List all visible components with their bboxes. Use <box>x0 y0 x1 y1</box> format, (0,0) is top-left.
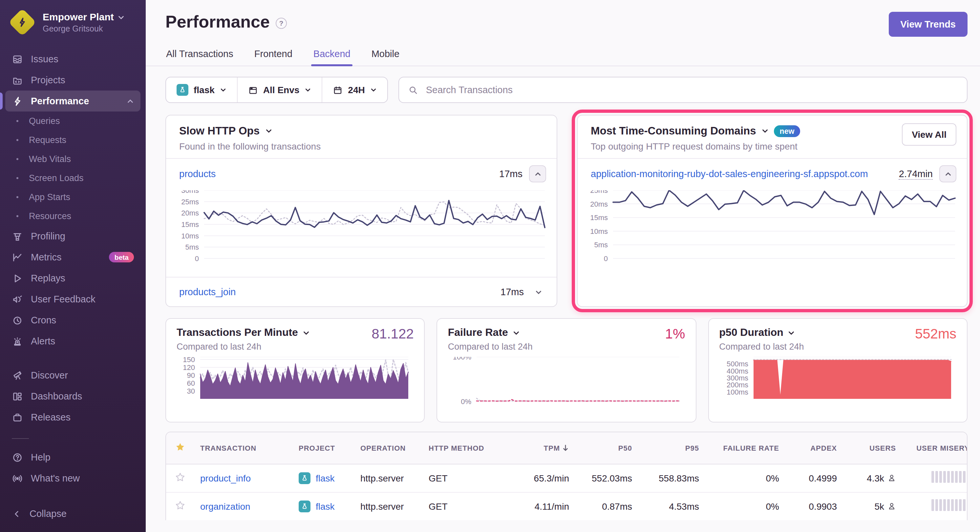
sidebar-item-crons[interactable]: Crons <box>5 310 140 330</box>
svg-text:60: 60 <box>187 379 195 387</box>
search-icon <box>408 85 418 95</box>
transaction-link-products-join[interactable]: products_join <box>179 287 494 297</box>
column-header-user-misery[interactable]: USER MISERY <box>902 432 967 464</box>
tpm-chart[interactable]: 150120906030 <box>177 357 414 405</box>
column-header-http-method[interactable]: HTTP METHOD <box>422 432 500 464</box>
sidebar-item-web-vitals[interactable]: Web Vitals <box>5 149 140 168</box>
project-filter[interactable]: flask <box>166 78 238 102</box>
column-header-transaction[interactable]: TRANSACTION <box>194 432 292 464</box>
project-link[interactable]: flask <box>299 500 347 512</box>
column-header-operation[interactable]: OPERATION <box>354 432 422 464</box>
tpm-card: Transactions Per Minute 81.122 Compared … <box>165 318 425 422</box>
view-all-button[interactable]: View All <box>902 123 956 146</box>
user-icon <box>888 473 896 482</box>
column-header-project[interactable]: PROJECT <box>292 432 354 464</box>
transactions-table: TRANSACTION PROJECT OPERATION HTTP METHO… <box>165 432 967 520</box>
column-header-p50[interactable]: P50 <box>576 432 639 464</box>
sidebar-item-label: Releases <box>31 412 70 422</box>
p50-duration-chart[interactable]: 500ms400ms300ms200ms100ms <box>719 357 956 405</box>
page-help-icon[interactable]: ? <box>276 17 287 29</box>
sidebar-item-requests[interactable]: Requests <box>5 130 140 149</box>
sidebar-item-app-starts[interactable]: App Starts <box>5 187 140 206</box>
svg-text:120: 120 <box>183 364 195 372</box>
domains-chart[interactable]: 25ms20ms15ms10ms5ms0 <box>582 190 960 277</box>
replays-icon <box>12 273 23 284</box>
p50-title[interactable]: p50 Duration <box>719 327 783 338</box>
sidebar-item-queries[interactable]: Queries <box>5 111 140 130</box>
p95-cell: 4.53ms <box>639 492 706 520</box>
org-switcher[interactable]: Empower Plant George Gritsouk <box>0 0 146 49</box>
svg-text:90: 90 <box>187 371 195 380</box>
sidebar-item-label: Issues <box>31 54 59 64</box>
sidebar-item-user-feedback[interactable]: User Feedback <box>5 289 140 310</box>
page-title: Performance ? <box>165 12 287 32</box>
apdex-cell: 0.4999 <box>786 464 843 492</box>
failure-rate-chart[interactable]: 100%0% <box>448 357 685 405</box>
flask-project-icon <box>299 500 310 512</box>
failure-rate-title[interactable]: Failure Rate <box>448 327 508 338</box>
environment-filter[interactable]: All Envs <box>238 78 323 102</box>
tpm-cell: 65.3/min <box>500 464 576 492</box>
domains-title[interactable]: Most Time-Consuming Domains <box>591 125 756 137</box>
sidebar-item-replays[interactable]: Replays <box>5 268 140 289</box>
star-toggle[interactable] <box>175 473 185 484</box>
sidebar-item-profiling[interactable]: Profiling <box>5 226 140 247</box>
column-header-p95[interactable]: P95 <box>639 432 706 464</box>
slow-http-ops-chart[interactable]: 30ms25ms20ms15ms10ms5ms0 <box>170 190 550 277</box>
failure-rate-cell: 0% <box>706 464 786 492</box>
column-header-users[interactable]: USERS <box>843 432 902 464</box>
org-user: George Gritsouk <box>43 24 125 33</box>
sidebar-item-projects[interactable]: Projects <box>5 70 140 91</box>
sidebar-item-screen-loads[interactable]: Screen Loads <box>5 168 140 187</box>
sidebar-item-discover[interactable]: Discover <box>5 365 140 386</box>
megaphone-icon <box>12 294 23 305</box>
tab-backend[interactable]: Backend <box>313 43 351 66</box>
sidebar-item-issues[interactable]: Issues <box>5 49 140 70</box>
view-trends-button[interactable]: View Trends <box>888 12 967 37</box>
chevron-down-icon <box>535 288 542 295</box>
search-input[interactable] <box>425 84 958 96</box>
star-column-header[interactable] <box>166 432 194 464</box>
expand-row-button[interactable] <box>530 288 546 295</box>
column-header-failure-rate[interactable]: FAILURE RATE <box>706 432 786 464</box>
org-logo-icon <box>8 8 37 37</box>
tab-mobile[interactable]: Mobile <box>371 43 400 66</box>
sidebar-item-help[interactable]: Help <box>5 447 140 468</box>
svg-text:100ms: 100ms <box>726 388 748 396</box>
sidebar-item-label: Projects <box>31 75 65 85</box>
http-method-cell: GET <box>422 464 500 492</box>
sidebar-item-whats-new[interactable]: What's new <box>5 468 140 489</box>
flask-project-icon <box>299 472 310 484</box>
transaction-link-products[interactable]: products <box>179 168 493 179</box>
sidebar-item-resources[interactable]: Resources <box>5 206 140 226</box>
releases-icon <box>12 411 23 423</box>
sidebar-item-alerts[interactable]: Alerts <box>5 330 140 352</box>
sidebar-item-releases[interactable]: Releases <box>5 407 140 428</box>
star-toggle[interactable] <box>175 502 185 512</box>
column-header-tpm[interactable]: TPM <box>500 432 576 464</box>
svg-text:5ms: 5ms <box>594 241 608 249</box>
project-link[interactable]: flask <box>299 472 347 484</box>
transaction-link[interactable]: product_info <box>200 473 251 483</box>
column-header-apdex[interactable]: APDEX <box>786 432 843 464</box>
sort-desc-icon <box>562 445 569 452</box>
tab-bar: All Transactions Frontend Backend Mobile <box>146 43 980 66</box>
tpm-title[interactable]: Transactions Per Minute <box>177 327 298 338</box>
transaction-link[interactable]: organization <box>200 501 250 512</box>
tab-frontend[interactable]: Frontend <box>254 43 293 66</box>
sidebar-item-metrics[interactable]: Metrics beta <box>5 247 140 268</box>
sidebar-collapse-button[interactable]: Collapse <box>5 503 140 524</box>
slow-http-ops-card: Slow HTTP Ops Found in the following tra… <box>165 115 557 307</box>
domain-link[interactable]: application-monitoring-ruby-dot-sales-en… <box>591 168 892 179</box>
user-icon <box>888 502 896 511</box>
slow-http-ops-title[interactable]: Slow HTTP Ops <box>179 125 259 137</box>
collapse-row-button[interactable] <box>529 165 546 183</box>
nav-divider <box>12 438 29 439</box>
sidebar-item-label: Alerts <box>31 336 55 346</box>
svg-text:15ms: 15ms <box>181 221 199 229</box>
collapse-row-button[interactable] <box>939 165 956 183</box>
sidebar-item-performance[interactable]: Performance <box>5 91 140 111</box>
time-range-filter[interactable]: 24H <box>322 78 387 102</box>
tab-all-transactions[interactable]: All Transactions <box>165 43 234 66</box>
sidebar-item-dashboards[interactable]: Dashboards <box>5 386 140 407</box>
